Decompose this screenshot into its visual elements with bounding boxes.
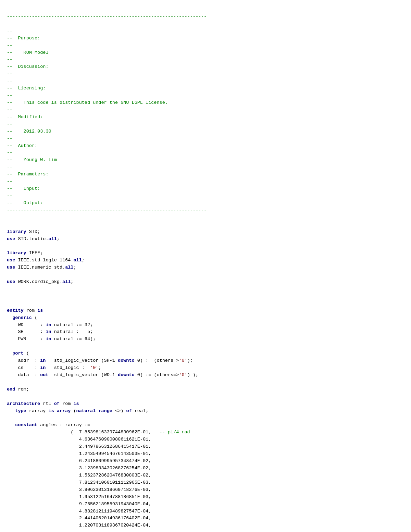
comment-pi4: -- pi/4 rad [157, 430, 190, 435]
keyword-library2: library [7, 250, 26, 256]
type-rarray5: <>) [112, 408, 126, 413]
end-rom: rom; [15, 387, 29, 392]
keyword-is1: is [37, 308, 43, 313]
number-12: 4.8828121119489827547E-04 [79, 509, 149, 514]
keyword-generic: generic [12, 315, 32, 320]
semi4: ; [71, 279, 73, 284]
keyword-of2: of [126, 408, 132, 413]
keyword-in5: in [40, 365, 46, 370]
code-container: ----------------------------------------… [7, 6, 404, 529]
keyword-use4: use [7, 279, 15, 284]
keyword-all4: all [62, 279, 71, 284]
keyword-range: range [98, 408, 112, 413]
keyword-in2: in [46, 329, 51, 334]
number-10: 1.9531225164788186851E-03 [79, 494, 149, 499]
data-decl3: ) ); [187, 372, 198, 378]
number-2: 4.6364760900080611621E-01 [79, 437, 149, 442]
keyword-is2: is [73, 401, 79, 406]
keyword-constant: constant [15, 422, 37, 428]
lib-ieee: IEEE; [26, 250, 43, 256]
string-zero2: '0' [90, 365, 98, 370]
header-line: ----------------------------------------… [7, 14, 207, 19]
comma-14: , [148, 523, 151, 528]
keyword-entity: entity [7, 308, 24, 313]
cs-decl1: std_logic := [46, 365, 90, 370]
use-work-cordic: WORK.cordic_pkg. [15, 279, 62, 284]
keyword-of: of [54, 401, 60, 406]
use-ieee-std: IEEE.std_logic_1164. [15, 258, 73, 263]
num-list [7, 437, 79, 442]
data-decl2: 0) := (others=> [135, 372, 179, 378]
number-14: 1.2207031189367020424E-04 [79, 523, 149, 528]
keyword-port: port [12, 351, 23, 356]
semi2: ; [82, 258, 85, 263]
type-rarray3: ( [71, 408, 76, 413]
string-zero3: '0' [179, 372, 187, 378]
keyword-downto1: downto [118, 358, 135, 363]
comment-line: -- -- Purpose: -- -- ROM Model -- -- Dis… [7, 28, 168, 206]
arch-rtl2: rom [60, 401, 74, 406]
keyword-end: end [7, 387, 15, 392]
newline1 [7, 315, 12, 320]
number-13: 2.4414062014936176402E-04 [79, 516, 149, 521]
keyword-in4: in [40, 358, 46, 363]
keyword-in1: in [46, 322, 51, 327]
number-3: 2.4497866312686415417E-01 [79, 444, 149, 449]
footer-line: ----------------------------------------… [7, 208, 207, 213]
arch-body1 [7, 408, 15, 413]
keyword-out: out [40, 372, 48, 378]
entity-rom: rom [24, 308, 38, 313]
keyword-use2: use [7, 258, 15, 263]
number-9: 3.9062301319669718276E-03 [79, 487, 149, 492]
data-decl1: std_logic_vector (WD-1 [49, 372, 118, 378]
use-std-textio: STD.textio. [15, 236, 48, 242]
type-rarray2 [54, 408, 57, 413]
number-6: 3.1239833430268276254E-02 [79, 466, 149, 471]
number-11: 9.7656218955931943040E-04 [79, 502, 149, 507]
keyword-use1: use [7, 236, 15, 242]
number-8: 7.8123410601011112965E-03 [79, 480, 149, 485]
number-4: 1.2435499454676143503E-01 [79, 451, 149, 456]
keyword-architecture: architecture [7, 401, 40, 406]
addr-decl1: std_logic_vector (SH-1 [46, 358, 118, 363]
number-5: 6.2418809995957348474E-02 [79, 458, 149, 463]
keyword-downto2: downto [118, 372, 135, 378]
type-rarray1: rarray [26, 408, 49, 413]
semi3: ; [73, 265, 76, 270]
number-1: 7.8539816339744830962E-01 [79, 430, 149, 435]
keyword-type: type [15, 408, 26, 413]
use-ieee-numeric: IEEE.numeric_std. [15, 265, 65, 270]
addr-decl2: 0) := (others=> [135, 358, 179, 363]
comma-after-1: , [148, 430, 157, 435]
arch-rtl1: rtl [40, 401, 54, 406]
keyword-all3: all [65, 265, 73, 270]
semi1: ; [57, 236, 60, 242]
keyword-library1: library [7, 229, 26, 234]
keyword-use3: use [7, 265, 15, 270]
keyword-is3: is [49, 408, 54, 413]
lib-std: STD; [26, 229, 40, 234]
keyword-in3: in [46, 336, 51, 342]
keyword-all2: all [73, 258, 82, 263]
keyword-all1: all [49, 236, 57, 242]
keyword-array: array [57, 408, 71, 413]
keyword-natural: natural [76, 408, 96, 413]
string-zero1: '0' [179, 358, 187, 363]
number-7: 1.5623728620476830803E-02 [79, 473, 149, 478]
